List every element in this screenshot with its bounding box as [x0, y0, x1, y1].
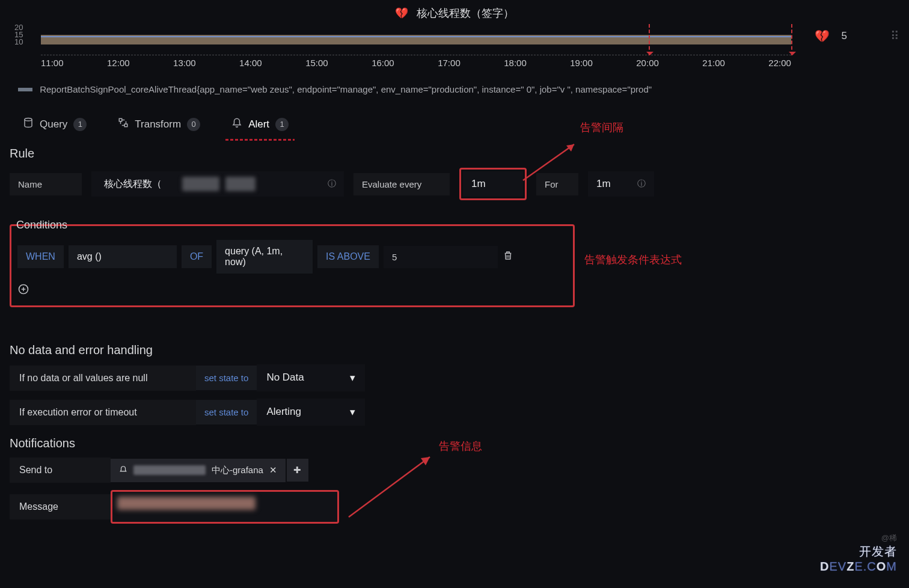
nodata-row-2: If execution error or timeout set state …	[10, 399, 899, 426]
panel-title: 💔 核心线程数（签字）	[0, 0, 909, 24]
evaluate-every-label: Evaluate every	[354, 173, 450, 195]
broken-heart-icon: 💔	[815, 29, 830, 43]
annotation-condition: 告警触发条件表达式	[584, 253, 682, 267]
alert-marker	[791, 24, 792, 55]
svg-point-0	[25, 118, 32, 121]
of-keyword: OF	[182, 245, 212, 268]
tab-transform-count: 0	[187, 118, 200, 131]
aggregation-select[interactable]: avg ()	[69, 245, 177, 268]
message-row: Message	[10, 490, 899, 524]
notification-channel-chip[interactable]: 中心-grafana ✕	[111, 459, 286, 482]
operator-select[interactable]: IS ABOVE	[317, 245, 379, 268]
nodata-label-1: If no data or all values are null	[10, 366, 196, 391]
x-axis-ticks: 11:00 12:00 13:00 14:00 15:00 16:00 17:0…	[41, 58, 791, 68]
nodata-label-2: If execution error or timeout	[10, 400, 196, 425]
when-keyword[interactable]: WHEN	[17, 245, 64, 268]
chevron-down-icon: ▾	[350, 406, 355, 418]
add-channel-button[interactable]: ✚	[287, 459, 308, 482]
error-state-select[interactable]: Alerting ▾	[257, 399, 365, 426]
message-input[interactable]	[111, 490, 339, 524]
sendto-row: Send to 中心-grafana ✕ ✚	[10, 458, 899, 483]
watermark: @稀 开发者 DEVZE.COM	[820, 533, 897, 574]
set-state-label: set state to	[196, 400, 257, 424]
message-label: Message	[10, 494, 111, 519]
chart-plot-area	[41, 24, 791, 55]
nodata-heading: No data and error handling	[10, 343, 909, 357]
delete-icon[interactable]	[503, 250, 513, 264]
conditions-box: Conditions WHEN avg () OF query (A, 1m, …	[10, 224, 575, 307]
set-state-label: set state to	[196, 366, 257, 390]
tab-alert-count: 1	[275, 118, 289, 131]
threshold-input[interactable]: 5	[384, 246, 498, 268]
remove-chip-button[interactable]: ✕	[269, 465, 277, 476]
name-input[interactable]: 核心线程数（ ⓘ	[91, 171, 344, 197]
panel-title-text: 核心线程数（签字）	[417, 7, 514, 19]
evaluate-input[interactable]: 1m	[463, 171, 523, 197]
tab-alert[interactable]: Alert 1	[225, 112, 295, 136]
rule-heading: Rule	[10, 147, 909, 161]
nodata-row-1: If no data or all values are null set st…	[10, 364, 899, 391]
query-select[interactable]: query (A, 1m, now)	[216, 240, 313, 274]
conditions-heading: Conditions	[16, 219, 567, 231]
bell-icon	[119, 465, 127, 476]
rule-row: Name 核心线程数（ ⓘ Evaluate every 1m For 1m ⓘ	[0, 168, 909, 200]
evaluate-highlight: 1m	[459, 168, 527, 200]
alert-marker	[649, 24, 650, 55]
broken-heart-icon: 💔	[395, 7, 408, 20]
chart-panel[interactable]: 20 15 10 💔 5 ⠿ 11:00 12:00 13:00 14:00 1…	[10, 24, 899, 82]
annotation-message: 告警信息	[439, 439, 482, 453]
bell-icon	[231, 117, 242, 131]
tab-transform[interactable]: Transform 0	[112, 112, 206, 136]
legend-value: 5	[842, 30, 847, 42]
info-icon[interactable]: ⓘ	[328, 179, 336, 189]
y-axis-ticks: 20 15 10	[14, 24, 23, 46]
series-label: ReportBatchSignPool_coreAliveThread{app_…	[18, 84, 899, 94]
apps-grid-icon[interactable]: ⠿	[890, 29, 899, 43]
panel-tabs: Query 1 Transform 0 Alert 1	[17, 112, 909, 136]
tab-query-count: 1	[73, 118, 87, 131]
chevron-down-icon: ▾	[350, 372, 355, 384]
annotation-interval: 告警间隔	[580, 120, 623, 135]
database-icon	[23, 117, 34, 131]
for-label: For	[536, 173, 578, 195]
name-label: Name	[10, 173, 82, 195]
info-icon[interactable]: ⓘ	[637, 179, 646, 189]
chart-legend: 💔 5 ⠿	[815, 29, 899, 43]
transform-icon	[118, 117, 129, 131]
add-condition-button[interactable]	[17, 283, 29, 298]
nodata-state-select[interactable]: No Data ▾	[257, 364, 365, 391]
for-input[interactable]: 1m ⓘ	[588, 171, 654, 197]
tab-query[interactable]: Query 1	[17, 112, 93, 136]
sendto-label: Send to	[10, 458, 111, 483]
